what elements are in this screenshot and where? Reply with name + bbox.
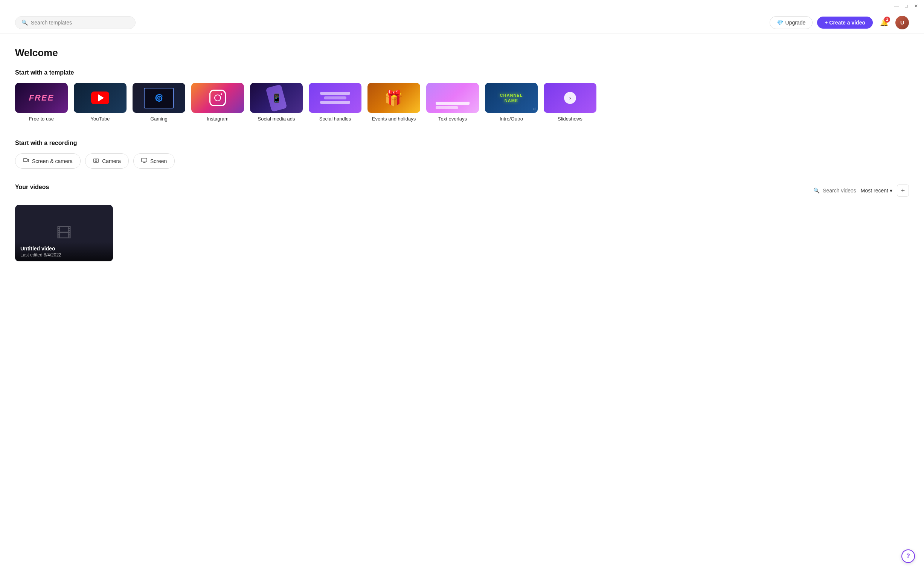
videos-header: Your videos 🔍 Search videos Most recent … bbox=[15, 184, 909, 197]
template-label-youtube: YouTube bbox=[90, 116, 110, 122]
instagram-icon bbox=[210, 90, 226, 106]
templates-list: FREE Free to use YouTube 🌀 bbox=[15, 83, 909, 124]
template-label-slideshows: Slideshows bbox=[558, 116, 582, 122]
template-intro-outro[interactable]: CHANNELNAME ◁ Intro/Outro bbox=[485, 83, 538, 122]
gaming-monitor-icon: 🌀 bbox=[144, 88, 174, 109]
template-social-media-ads[interactable]: 📱 Social media ads bbox=[250, 83, 303, 122]
recording-section-title: Start with a recording bbox=[15, 140, 909, 146]
template-thumb-events: 🎁 bbox=[368, 83, 420, 113]
template-thumb-slideshows: › bbox=[544, 83, 596, 113]
template-thumb-free: FREE bbox=[15, 83, 68, 113]
close-button[interactable]: ✕ bbox=[913, 3, 919, 9]
gift-icon: 🎁 bbox=[384, 89, 403, 107]
screen-button[interactable]: Screen bbox=[133, 153, 175, 169]
youtube-icon bbox=[91, 92, 109, 104]
template-events-holidays[interactable]: 🎁 Events and holidays bbox=[368, 83, 420, 122]
video-card[interactable]: 🎞 Untitled video Last edited 8/4/2022 bbox=[15, 205, 113, 261]
search-icon: 🔍 bbox=[22, 20, 28, 26]
film-icon: 🎞 bbox=[56, 225, 71, 242]
svg-rect-3 bbox=[141, 158, 147, 162]
templates-section: Start with a template FREE Free to use Y… bbox=[15, 69, 909, 124]
notification-badge: 2 bbox=[884, 17, 890, 23]
sort-dropdown[interactable]: Most recent ▾ bbox=[861, 188, 892, 194]
template-thumb-intro: CHANNELNAME ◁ bbox=[485, 83, 538, 113]
search-templates-input[interactable] bbox=[31, 20, 129, 26]
template-text-overlays[interactable]: Text overlays bbox=[426, 83, 479, 122]
notifications-button[interactable]: 🔔 2 bbox=[877, 16, 891, 30]
recording-buttons: Screen & camera Camera bbox=[15, 153, 909, 169]
template-thumb-social-handles bbox=[309, 83, 362, 113]
template-label-text-overlays: Text overlays bbox=[438, 116, 467, 122]
videos-section-title: Your videos bbox=[15, 184, 49, 191]
camera-button[interactable]: Camera bbox=[85, 153, 129, 169]
upgrade-button[interactable]: 💎 Upgrade bbox=[770, 16, 813, 29]
chevron-down-icon: ▾ bbox=[890, 188, 892, 194]
templates-section-title: Start with a template bbox=[15, 69, 909, 76]
channel-name-text: CHANNELNAME bbox=[500, 93, 523, 104]
header-actions: 💎 Upgrade + Create a video 🔔 2 U bbox=[770, 16, 909, 30]
template-free-to-use[interactable]: FREE Free to use bbox=[15, 83, 68, 122]
videos-grid: 🎞 Untitled video Last edited 8/4/2022 bbox=[15, 205, 909, 261]
add-video-button[interactable]: + bbox=[897, 185, 909, 197]
screen-camera-icon bbox=[23, 157, 29, 165]
minimize-button[interactable]: — bbox=[893, 3, 900, 9]
template-slideshows[interactable]: › Slideshows bbox=[544, 83, 596, 122]
free-text: FREE bbox=[29, 93, 54, 103]
template-label-events-holidays: Events and holidays bbox=[372, 116, 416, 122]
recording-section: Start with a recording Screen & camera bbox=[15, 140, 909, 169]
diamond-icon: 💎 bbox=[777, 20, 783, 26]
camera-icon bbox=[93, 157, 99, 165]
template-thumb-text-overlays bbox=[426, 83, 479, 113]
template-label-social-media-ads: Social media ads bbox=[258, 116, 295, 122]
template-label-free: Free to use bbox=[29, 116, 54, 122]
youtube-play-icon bbox=[98, 94, 104, 102]
template-label-social-handles: Social handles bbox=[319, 116, 351, 122]
template-gaming[interactable]: 🌀 Gaming bbox=[132, 83, 185, 122]
template-instagram[interactable]: Instagram bbox=[191, 83, 244, 122]
svg-point-2 bbox=[95, 160, 97, 162]
maximize-button[interactable]: □ bbox=[903, 3, 910, 9]
template-youtube[interactable]: YouTube bbox=[74, 83, 126, 122]
create-video-button[interactable]: + Create a video bbox=[817, 17, 873, 29]
template-thumb-instagram bbox=[191, 83, 244, 113]
avatar[interactable]: U bbox=[895, 16, 909, 30]
template-social-handles[interactable]: Social handles bbox=[309, 83, 362, 122]
phone-icon: 📱 bbox=[266, 84, 287, 112]
screen-camera-button[interactable]: Screen & camera bbox=[15, 153, 81, 169]
video-info: Untitled video Last edited 8/4/2022 bbox=[15, 242, 113, 261]
video-title: Untitled video bbox=[20, 246, 108, 252]
template-label-gaming: Gaming bbox=[150, 116, 168, 122]
header: 🔍 💎 Upgrade + Create a video 🔔 2 U bbox=[0, 12, 924, 34]
video-date: Last edited 8/4/2022 bbox=[20, 252, 108, 258]
svg-rect-0 bbox=[23, 159, 27, 162]
search-videos-icon: 🔍 bbox=[813, 188, 820, 194]
template-label-intro-outro: Intro/Outro bbox=[500, 116, 523, 122]
help-button[interactable]: ? bbox=[901, 549, 915, 563]
slideshow-arrow-icon: › bbox=[564, 92, 576, 104]
template-thumb-gaming: 🌀 bbox=[132, 83, 185, 113]
search-videos-box[interactable]: 🔍 Search videos bbox=[813, 188, 856, 194]
template-thumb-social: 📱 bbox=[250, 83, 303, 113]
screen-icon bbox=[141, 157, 147, 165]
videos-controls: 🔍 Search videos Most recent ▾ + bbox=[813, 185, 909, 197]
template-thumb-youtube bbox=[74, 83, 126, 113]
search-templates-box[interactable]: 🔍 bbox=[15, 16, 135, 29]
welcome-title: Welcome bbox=[15, 47, 909, 59]
main-content: Welcome Start with a template FREE Free … bbox=[0, 34, 924, 275]
title-bar: — □ ✕ bbox=[0, 0, 924, 12]
videos-section: Your videos 🔍 Search videos Most recent … bbox=[15, 184, 909, 261]
template-label-instagram: Instagram bbox=[207, 116, 228, 122]
